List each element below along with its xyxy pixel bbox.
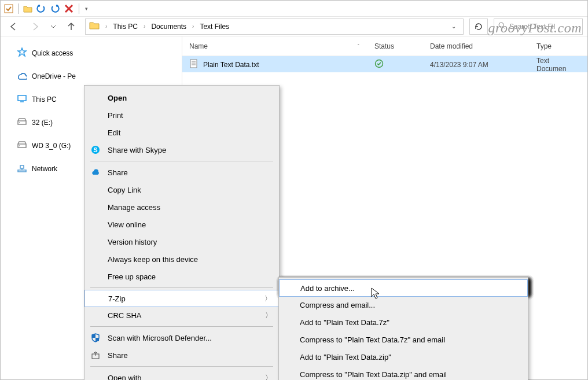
breadcrumb-item[interactable]: Documents	[151, 23, 186, 31]
column-header-type[interactable]: Type	[530, 36, 587, 56]
context-menu-item[interactable]: Edit	[84, 124, 279, 141]
context-menu-label: Share	[108, 351, 128, 360]
synced-icon	[374, 59, 384, 70]
column-headers: Name˄ Status Date modified Type	[182, 36, 587, 56]
breadcrumb-bar[interactable]: › This PC › Documents › Text Files ⌄	[85, 19, 464, 35]
search-input[interactable]: Search Text Fil	[494, 19, 583, 35]
forward-button[interactable]	[27, 19, 43, 35]
sidebar-item-label: Network	[32, 165, 57, 173]
submenu-label: Compress and email...	[300, 301, 375, 309]
context-menu-label: Free up space	[108, 272, 156, 281]
context-menu-item[interactable]: Free up space	[84, 268, 279, 285]
folder-icon	[89, 21, 100, 32]
up-button[interactable]	[63, 19, 79, 35]
context-menu-item[interactable]: Open with〉	[84, 369, 279, 380]
context-menu-item[interactable]: Print	[84, 106, 279, 124]
column-header-date[interactable]: Date modified	[423, 36, 530, 56]
submenu-label: Add to archive...	[300, 284, 355, 293]
share-icon	[90, 350, 101, 360]
context-menu-item[interactable]: View online	[84, 216, 279, 233]
context-menu-label: Share with Skype	[108, 146, 166, 154]
context-menu-item[interactable]: Share	[84, 164, 279, 181]
context-menu-item[interactable]: SShare with Skype	[84, 141, 279, 158]
svg-rect-2	[190, 60, 197, 68]
folder-small-icon[interactable]	[23, 4, 32, 13]
search-icon	[498, 21, 506, 31]
search-placeholder: Search Text Fil	[509, 23, 555, 31]
svg-point-1	[499, 23, 504, 27]
context-menu-item[interactable]: Open	[84, 89, 279, 106]
submenu-arrow-icon: 〉	[265, 373, 272, 381]
context-menu-item[interactable]: Scan with Microsoft Defender...	[84, 329, 279, 346]
redo-icon[interactable]	[50, 3, 60, 14]
refresh-button[interactable]	[469, 19, 488, 35]
sidebar-item-label: Quick access	[32, 49, 73, 57]
context-menu-label: Open	[108, 94, 127, 102]
chevron-right-icon[interactable]: ›	[103, 23, 109, 29]
file-name: Plain Text Data.txt	[203, 61, 259, 69]
context-menu-label: CRC SHA	[108, 311, 142, 320]
context-menu-item[interactable]: Copy Link	[84, 181, 279, 198]
back-button[interactable]	[5, 19, 21, 35]
submenu-item[interactable]: Add to archive...	[279, 279, 528, 297]
properties-icon[interactable]	[4, 4, 13, 13]
undo-icon[interactable]	[36, 3, 46, 14]
breadcrumb-dropdown-icon[interactable]: ⌄	[448, 23, 460, 29]
context-menu-label: Version history	[108, 238, 157, 246]
star-icon	[17, 47, 27, 59]
svg-text:S: S	[93, 146, 97, 153]
sidebar-item-label: This PC	[32, 95, 57, 104]
submenu-item[interactable]: Compress to "Plain Text Data.zip" and em…	[279, 366, 528, 380]
shield-icon	[90, 333, 101, 343]
pc-icon	[17, 94, 27, 105]
hdd-icon	[17, 140, 27, 152]
sidebar-item[interactable]: Quick access	[1, 45, 182, 62]
sidebar-item-label: WD 3_0 (G:)	[32, 142, 71, 150]
context-menu-item[interactable]: Version history	[84, 233, 279, 250]
sidebar-item[interactable]: OneDrive - Pe	[1, 68, 182, 85]
submenu-item[interactable]: Compress to "Plain Text Data.7z" and ema…	[279, 331, 528, 348]
delete-icon[interactable]	[64, 3, 74, 14]
file-row[interactable]: Plain Text Data.txt 4/13/2023 9:07 AM Te…	[182, 56, 587, 72]
context-menu-label: Print	[108, 111, 123, 120]
context-menu-item[interactable]: 7-Zip〉	[84, 290, 279, 307]
submenu-label: Add to "Plain Text Data.zip"	[300, 353, 391, 361]
submenu-item[interactable]: Add to "Plain Text Data.zip"	[279, 348, 528, 366]
context-menu-label: Manage access	[108, 203, 160, 212]
context-menu-label: Edit	[108, 128, 120, 137]
nav-row: › This PC › Documents › Text Files ⌄ Sea…	[1, 17, 587, 36]
context-menu-label: Open with	[108, 374, 142, 381]
context-menu-label: Share	[108, 168, 128, 177]
context-menu-item[interactable]: Share	[84, 346, 279, 364]
svg-rect-7	[95, 338, 99, 341]
chevron-right-icon[interactable]: ›	[141, 23, 148, 29]
column-header-status[interactable]: Status	[368, 36, 423, 56]
file-date: 4/13/2023 9:07 AM	[423, 57, 530, 72]
context-menu-item[interactable]: CRC SHA〉	[84, 307, 279, 324]
context-menu-label: Always keep on this device	[108, 255, 198, 264]
context-menu-item[interactable]: Always keep on this device	[84, 250, 279, 268]
skype-icon: S	[90, 145, 101, 155]
context-submenu: Add to archive...Compress and email...Ad…	[278, 277, 528, 380]
text-file-icon	[189, 59, 199, 70]
hdd-icon	[17, 117, 27, 128]
submenu-item[interactable]: Compress and email...	[279, 296, 528, 313]
quick-access-toolbar: ▾	[1, 1, 587, 17]
context-menu-label: 7-Zip	[108, 294, 126, 303]
context-menu-label: Copy Link	[108, 186, 141, 194]
submenu-arrow-icon: 〉	[264, 294, 271, 304]
context-menu-label: Scan with Microsoft Defender...	[108, 334, 212, 342]
submenu-label: Add to "Plain Text Data.7z"	[300, 318, 389, 327]
qat-more-icon[interactable]: ▾	[85, 6, 88, 12]
cloud-icon	[90, 167, 101, 178]
submenu-arrow-icon: 〉	[265, 311, 272, 320]
submenu-item[interactable]: Add to "Plain Text Data.7z"	[279, 313, 528, 331]
breadcrumb-item[interactable]: This PC	[113, 23, 138, 31]
recent-locations-dropdown[interactable]	[49, 19, 57, 35]
context-menu-label: View online	[108, 220, 146, 229]
chevron-right-icon[interactable]: ›	[190, 23, 196, 29]
context-menu-item[interactable]: Manage access	[84, 198, 279, 216]
onedrive-icon	[17, 71, 27, 82]
column-header-name[interactable]: Name˄	[182, 36, 368, 56]
breadcrumb-item[interactable]: Text Files	[200, 23, 229, 31]
